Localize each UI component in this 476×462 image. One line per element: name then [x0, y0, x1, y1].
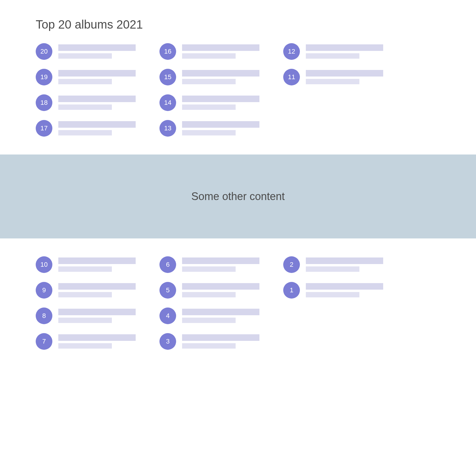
placeholder-bar [182, 334, 259, 341]
upper-col-1: 20 19 18 [36, 43, 136, 137]
placeholder-bar [58, 130, 112, 135]
placeholder-bar [306, 79, 359, 84]
placeholder-lines [58, 257, 136, 272]
placeholder-bar [182, 44, 259, 51]
list-item: 4 [159, 308, 259, 324]
placeholder-bar [182, 121, 259, 128]
list-item: 16 [159, 43, 259, 60]
placeholder-lines [182, 96, 259, 110]
list-item: 9 [36, 282, 136, 299]
rank-badge: 5 [159, 282, 176, 299]
list-item: 5 [159, 282, 259, 299]
list-item: 11 [283, 69, 383, 85]
placeholder-bar [58, 318, 112, 323]
rank-badge: 18 [36, 94, 52, 111]
list-item: 8 [36, 308, 136, 324]
placeholder-bar [58, 257, 136, 264]
rank-badge: 15 [159, 69, 176, 85]
placeholder-bar [182, 257, 259, 264]
placeholder-lines [58, 334, 136, 349]
rank-badge: 12 [283, 43, 300, 60]
upper-section: Top 20 albums 2021 20 19 [0, 0, 476, 154]
placeholder-lines [306, 283, 383, 297]
placeholder-bar [182, 309, 259, 315]
placeholder-bar [58, 44, 136, 51]
rank-badge: 16 [159, 43, 176, 60]
placeholder-bar [182, 79, 236, 84]
rank-badge: 1 [283, 282, 300, 299]
banner-text: Some other content [0, 190, 476, 203]
page-title: Top 20 albums 2021 [36, 18, 440, 31]
placeholder-bar [58, 96, 136, 102]
placeholder-lines [182, 309, 259, 323]
banner: Some other content [0, 154, 476, 238]
placeholder-bar [306, 283, 383, 290]
placeholder-bar [58, 343, 112, 349]
placeholder-bar [58, 266, 112, 272]
placeholder-bar [182, 283, 259, 290]
rank-badge: 6 [159, 256, 176, 273]
list-item: 17 [36, 120, 136, 137]
placeholder-bar [182, 266, 236, 272]
placeholder-bar [182, 130, 236, 135]
placeholder-lines [58, 96, 136, 110]
rank-badge: 13 [159, 120, 176, 137]
placeholder-lines [182, 121, 259, 135]
placeholder-bar [182, 96, 259, 102]
rank-badge: 8 [36, 308, 52, 324]
placeholder-bar [58, 121, 136, 128]
placeholder-bar [58, 283, 136, 290]
placeholder-lines [306, 44, 383, 59]
upper-col-3: 12 11 [283, 43, 383, 137]
placeholder-bar [58, 334, 136, 341]
placeholder-bar [58, 79, 112, 84]
placeholder-bar [58, 292, 112, 297]
list-item: 15 [159, 69, 259, 85]
list-item: 10 [36, 256, 136, 273]
rank-badge: 20 [36, 43, 52, 60]
placeholder-bar [182, 318, 236, 323]
page: Top 20 albums 2021 20 19 [0, 0, 476, 368]
placeholder-bar [306, 292, 359, 297]
upper-col-2: 16 15 14 [159, 43, 259, 137]
placeholder-bar [58, 70, 136, 77]
list-item: 13 [159, 120, 259, 137]
list-item: 6 [159, 256, 259, 273]
rank-badge: 4 [159, 308, 176, 324]
placeholder-lines [58, 70, 136, 84]
placeholder-bar [182, 343, 236, 349]
list-item: 2 [283, 256, 383, 273]
placeholder-bar [182, 292, 236, 297]
rank-badge: 2 [283, 256, 300, 273]
placeholder-lines [58, 283, 136, 297]
placeholder-lines [58, 121, 136, 135]
placeholder-bar [306, 44, 383, 51]
rank-badge: 3 [159, 333, 176, 350]
placeholder-bar [182, 53, 236, 59]
placeholder-lines [182, 283, 259, 297]
upper-grid: 20 19 18 [36, 43, 440, 137]
placeholder-bar [58, 53, 112, 59]
list-item: 7 [36, 333, 136, 350]
placeholder-lines [306, 70, 383, 84]
lower-col-3: 2 1 [283, 256, 383, 350]
placeholder-bar [58, 309, 136, 315]
lower-grid: 10 9 8 [36, 256, 440, 350]
placeholder-lines [306, 257, 383, 272]
rank-badge: 7 [36, 333, 52, 350]
lower-col-2: 6 5 4 [159, 256, 259, 350]
lower-col-1: 10 9 8 [36, 256, 136, 350]
placeholder-lines [182, 70, 259, 84]
placeholder-bar [182, 104, 236, 110]
placeholder-bar [306, 257, 383, 264]
rank-badge: 14 [159, 94, 176, 111]
placeholder-lines [182, 334, 259, 349]
list-item: 19 [36, 69, 136, 85]
placeholder-lines [58, 309, 136, 323]
list-item: 1 [283, 282, 383, 299]
placeholder-bar [306, 70, 383, 77]
lower-section: 10 9 8 [0, 238, 476, 368]
rank-badge: 17 [36, 120, 52, 137]
placeholder-lines [182, 44, 259, 59]
list-item: 20 [36, 43, 136, 60]
